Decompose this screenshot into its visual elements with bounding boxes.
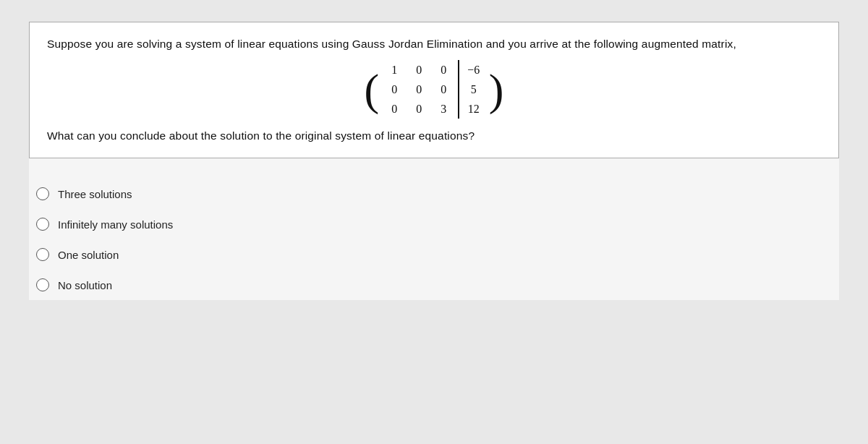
cell-r2c1: 0 (382, 80, 407, 99)
radio-2[interactable] (36, 218, 49, 231)
matrix-container: ( 1 0 0 −6 0 0 0 5 (47, 60, 821, 119)
cell-r2c2: 0 (407, 80, 431, 99)
cell-r2c3: 0 (431, 80, 456, 99)
option-1-label: Three solutions (58, 188, 132, 200)
question-box: Suppose you are solving a system of line… (29, 22, 839, 158)
option-3[interactable]: One solution (36, 239, 839, 270)
option-2-label: Infinitely many solutions (58, 218, 173, 231)
radio-3[interactable] (36, 248, 49, 261)
cell-r1c3: 0 (431, 60, 456, 80)
cell-r1c1: 1 (382, 60, 407, 80)
follow-up-text: What can you conclude about the solution… (47, 127, 821, 145)
option-4-label: No solution (58, 279, 112, 291)
option-2[interactable]: Infinitely many solutions (36, 209, 839, 239)
aug-cell-r2: 5 (461, 80, 486, 99)
aug-cell-r3: 12 (461, 99, 486, 119)
aug-divider-r1 (458, 60, 459, 80)
cell-r1c2: 0 (407, 60, 431, 80)
aug-divider-r2 (458, 80, 459, 99)
matrix-row-3: 0 0 3 12 (382, 99, 486, 119)
option-1[interactable]: Three solutions (36, 179, 839, 209)
radio-4[interactable] (36, 278, 49, 291)
matrix-row-1: 1 0 0 −6 (382, 60, 486, 80)
left-paren: ( (365, 67, 380, 112)
aug-divider-r3 (458, 99, 459, 119)
aug-cell-r1: −6 (461, 60, 486, 80)
intro-text: Suppose you are solving a system of line… (47, 35, 821, 53)
options-container: Three solutions Infinitely many solution… (29, 179, 839, 300)
matrix-body: 1 0 0 −6 0 0 0 5 0 0 3 (382, 60, 486, 119)
matrix-row-2: 0 0 0 5 (382, 80, 486, 99)
cell-r3c1: 0 (382, 99, 407, 119)
option-4[interactable]: No solution (36, 270, 839, 300)
radio-1[interactable] (36, 187, 49, 200)
main-container: Suppose you are solving a system of line… (29, 22, 839, 300)
cell-r3c3: 3 (431, 99, 456, 119)
cell-r3c2: 0 (407, 99, 431, 119)
option-3-label: One solution (58, 249, 119, 261)
right-paren: ) (489, 67, 504, 112)
